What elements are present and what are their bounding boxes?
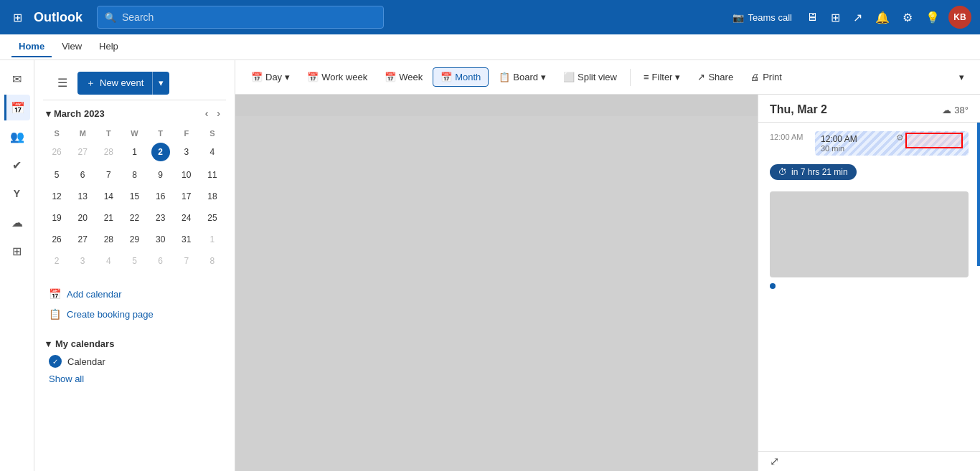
main-calendar[interactable] <box>235 95 758 471</box>
filter-button[interactable]: ≡ Filter ▾ <box>636 68 687 86</box>
event-preview-card[interactable] <box>770 191 969 277</box>
calendar-month-header <box>235 95 758 116</box>
search-input[interactable] <box>122 11 376 23</box>
calendar-day[interactable]: 17 <box>174 186 199 206</box>
add-calendar-link[interactable]: 📅 Add calendar <box>43 284 226 304</box>
view-split-button[interactable]: ⬜ Split view <box>556 68 624 86</box>
print-button[interactable]: 🖨 Print <box>743 68 789 86</box>
create-booking-link[interactable]: 📋 Create booking page <box>43 304 226 324</box>
weather-temp: 38° <box>954 105 969 115</box>
calendar-day[interactable]: 4 <box>200 141 225 163</box>
calendar-day[interactable]: 14 <box>96 186 121 206</box>
left-icon-cloud[interactable]: ☁ <box>4 209 30 235</box>
my-calendars-header[interactable]: ▾ My calendars <box>43 333 226 352</box>
calendar-day[interactable]: 28 <box>96 229 121 249</box>
calendar-day[interactable]: 28 <box>96 141 121 163</box>
share-button[interactable]: ↗ Share <box>690 68 740 86</box>
expand-icon[interactable]: ⤢ <box>770 455 779 467</box>
calendar-day[interactable]: 27 <box>70 141 95 163</box>
calendar-day[interactable]: 3 <box>70 251 95 271</box>
share-icon: ↗ <box>697 72 705 82</box>
timer-badge[interactable]: ⏱ in 7 hrs 21 min <box>770 164 857 180</box>
calendar-day[interactable]: 18 <box>200 186 225 206</box>
calendar-day[interactable]: 31 <box>174 229 199 249</box>
calendar-day[interactable]: 9 <box>149 165 173 185</box>
view-board-button[interactable]: 📋 Board ▾ <box>491 68 553 86</box>
forward-icon-button[interactable]: ↗ <box>849 8 867 27</box>
teams-call-button[interactable]: 📷 Teams call <box>727 9 798 26</box>
print-icon: 🖨 <box>750 72 760 82</box>
hamburger-button[interactable]: ☰ <box>52 73 73 92</box>
present-icon-button[interactable]: 🖥 <box>802 8 822 27</box>
calendar-day[interactable]: 22 <box>122 208 146 228</box>
menu-item-view[interactable]: View <box>55 37 89 57</box>
calendar-day[interactable]: 16 <box>149 186 173 206</box>
calendar-day[interactable]: 1 <box>122 141 146 163</box>
waffle-icon[interactable]: ⊞ <box>9 8 27 27</box>
calendar-day[interactable]: 23 <box>149 208 173 228</box>
view-workweek-button[interactable]: 📅 Work week <box>300 68 374 86</box>
view-day-button[interactable]: 📅 Day ▾ <box>244 68 297 86</box>
view-month-button[interactable]: 📅 Month <box>433 67 489 87</box>
calendar-day[interactable]: 8 <box>122 165 146 185</box>
left-icon-mail[interactable]: ✉ <box>4 66 30 92</box>
calendar-day[interactable]: 26 <box>44 141 69 163</box>
calendar-day[interactable]: 12 <box>44 186 69 206</box>
calendar-day[interactable]: 6 <box>149 251 173 271</box>
gear-icon-button[interactable]: ⚙ <box>898 8 917 27</box>
calendar-day[interactable]: 11 <box>200 165 225 185</box>
mini-calendar-title[interactable]: ▾ March 2023 <box>46 108 105 119</box>
calendar-day[interactable]: 30 <box>149 229 173 249</box>
calendar-day[interactable]: 10 <box>174 165 199 185</box>
left-icon-yammer[interactable]: Y <box>4 181 30 206</box>
calendar-day[interactable]: 2 <box>149 141 173 163</box>
new-event-main[interactable]: ＋ New event <box>77 72 152 95</box>
calendar-day[interactable]: 3 <box>174 141 199 163</box>
calendar-day[interactable]: 27 <box>70 229 95 249</box>
avatar[interactable]: KB <box>948 6 971 29</box>
search-container: 🔍 <box>97 6 384 29</box>
calendar-day[interactable]: 15 <box>122 186 146 206</box>
right-edge-indicator <box>977 123 980 266</box>
calendar-day[interactable]: 2 <box>44 251 69 271</box>
calendar-day[interactable]: 5 <box>122 251 146 271</box>
calendar-day[interactable]: 5 <box>44 165 69 185</box>
bulb-icon-button[interactable]: 💡 <box>921 8 944 27</box>
calendar-day[interactable]: 7 <box>96 165 121 185</box>
calendar-day[interactable]: 20 <box>70 208 95 228</box>
calendar-day[interactable]: 29 <box>122 229 146 249</box>
new-event-dropdown-arrow[interactable]: ▾ <box>152 72 169 95</box>
left-icon-tasks[interactable]: ✔ <box>4 152 30 178</box>
calendar-day[interactable]: 4 <box>96 251 121 271</box>
mini-cal-next-button[interactable]: › <box>214 106 223 120</box>
calendar-day[interactable]: 21 <box>96 208 121 228</box>
menu-item-home[interactable]: Home <box>11 37 52 57</box>
menu-item-help[interactable]: Help <box>92 37 126 57</box>
calendar-day[interactable]: 8 <box>200 251 225 271</box>
expand-button[interactable]: ▾ <box>952 68 971 86</box>
calendar-day[interactable]: 13 <box>70 186 95 206</box>
calendar-day[interactable]: 26 <box>44 229 69 249</box>
workweek-icon: 📅 <box>307 72 319 82</box>
calendar-day[interactable]: 19 <box>44 208 69 228</box>
view-week-button[interactable]: 📅 Week <box>377 68 430 86</box>
event-card-striped[interactable]: 12:00 AM 30 min ⚙ <box>815 131 969 156</box>
bell-icon-button[interactable]: 🔔 <box>871 8 894 27</box>
calendar-item[interactable]: ✓ Calendar <box>43 352 226 371</box>
calendar-day[interactable]: 24 <box>174 208 199 228</box>
left-icon-apps[interactable]: ⊞ <box>4 238 30 264</box>
grid-icon-button[interactable]: ⊞ <box>826 8 844 27</box>
month-label: Month <box>455 72 481 82</box>
mini-cal-prev-button[interactable]: ‹ <box>202 106 212 120</box>
event-settings-icon[interactable]: ⚙ <box>896 133 904 143</box>
new-event-button[interactable]: ＋ New event ▾ <box>77 72 169 95</box>
calendar-and-panel: Thu, Mar 2 ☁ 38° 12:00 AM 12:00 AM 30 mi… <box>235 95 980 471</box>
calendar-day[interactable]: 6 <box>70 165 95 185</box>
left-icon-people[interactable]: 👥 <box>4 123 30 149</box>
show-all-link[interactable]: Show all <box>43 371 226 387</box>
left-icon-calendar[interactable]: 📅 <box>4 95 30 120</box>
calendar-day[interactable]: 25 <box>200 208 225 228</box>
mini-cal-collapse-icon: ▾ <box>46 108 51 119</box>
calendar-day[interactable]: 7 <box>174 251 199 271</box>
calendar-day[interactable]: 1 <box>200 229 225 249</box>
